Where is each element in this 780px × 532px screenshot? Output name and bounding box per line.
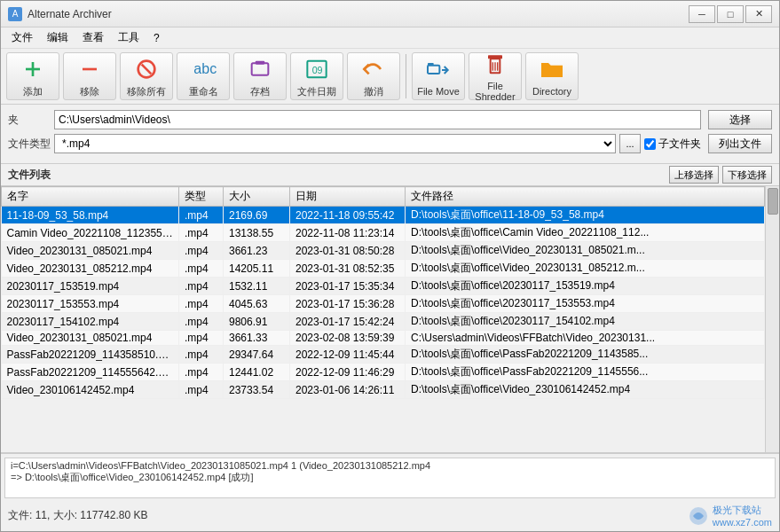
log-line: i=C:\Users\admin\Videos\FFBatch\Video_20… [11, 460, 769, 471]
svg-text:09: 09 [312, 65, 323, 75]
toolbar-separator [406, 54, 406, 98]
table-container[interactable]: 名字类型大小日期文件路径 11-18-09_53_58.mp4.mp42169.… [1, 186, 765, 452]
rename-button[interactable]: abc 重命名 [177, 52, 230, 100]
menu-item-文件[interactable]: 文件 [4, 28, 40, 47]
table-row[interactable]: Video_20230131_085021.mp4.mp43661.232023… [2, 242, 765, 260]
file-list-area: 文件列表 上移选择 下移选择 名字类型大小日期文件路径 11-18-09_53_… [1, 164, 779, 453]
main-window: A Alternate Archiver ─ □ ✕ 文件编辑查看工具? 添加 … [0, 0, 780, 532]
status-bar: i=C:\Users\admin\Videos\FFBatch\Video_20… [1, 453, 779, 531]
table-cell: 2023-01-17 15:42:24 [290, 313, 406, 331]
table-cell: D:\tools\桌面\office\Camin Video_20221108_… [406, 224, 765, 242]
table-cell: .mp4 [179, 364, 224, 381]
up-down-buttons: 上移选择 下移选择 [669, 166, 772, 184]
folder-row: 夹 选择 [8, 110, 772, 129]
scroll-thumb[interactable] [768, 188, 778, 215]
file-list-label: 文件列表 [8, 168, 51, 183]
title-bar: A Alternate Archiver ─ □ ✕ [1, 1, 779, 27]
filemove-button-icon [424, 56, 453, 84]
table-row[interactable]: Video_20230131_085021.mp4.mp43661.332023… [2, 331, 765, 346]
table-cell: Video_20230131_085021.mp4 [2, 242, 179, 260]
table-cell: 13138.55 [224, 224, 290, 242]
minimize-button[interactable]: ─ [689, 5, 715, 23]
table-row[interactable]: Camin Video_20221108_112355.m....mp41313… [2, 224, 765, 242]
svg-rect-1 [32, 62, 35, 76]
table-cell: .mp4 [179, 260, 224, 278]
add-button[interactable]: 添加 [6, 52, 59, 100]
col-header-名字[interactable]: 名字 [2, 187, 179, 207]
table-cell: PassFab20221209_114358510.mp4 [2, 346, 179, 364]
file-list-header: 文件列表 上移选择 下移选择 [1, 164, 779, 186]
col-header-日期[interactable]: 日期 [290, 187, 406, 207]
folder-input[interactable] [54, 110, 701, 129]
shredder-button[interactable]: File Shredder [469, 52, 522, 100]
table-with-scroll: 名字类型大小日期文件路径 11-18-09_53_58.mp4.mp42169.… [1, 186, 779, 452]
svg-text:abc: abc [193, 61, 217, 76]
filedate-button-icon: 09 [303, 55, 331, 83]
window-controls: ─ □ ✕ [689, 5, 772, 23]
svg-rect-6 [252, 63, 269, 74]
table-cell: 11-18-09_53_58.mp4 [2, 207, 179, 224]
table-cell: Video_230106142452.mp4 [2, 381, 179, 399]
table-cell: 3661.33 [224, 331, 290, 346]
form-area: 夹 选择 文件类型 *.mp4*.avi*.mkv*.* ... 子文件夹 列出… [1, 105, 779, 164]
table-cell: 20230117_153519.mp4 [2, 278, 179, 295]
maximize-button[interactable]: □ [717, 5, 744, 23]
archive-button[interactable]: 存档 [233, 52, 287, 100]
menu-item-编辑[interactable]: 编辑 [40, 28, 75, 47]
table-cell: Video_20230131_085021.mp4 [2, 331, 179, 346]
filemove-button[interactable]: File Move [412, 52, 465, 100]
status-footer: 文件: 11, 大小: 117742.80 KB 极光下载站 www.xz7.c… [1, 502, 779, 531]
table-cell: Camin Video_20221108_112355.m... [2, 224, 179, 242]
move-down-button[interactable]: 下移选择 [722, 166, 772, 184]
filetype-select[interactable]: *.mp4*.avi*.mkv*.* [54, 134, 616, 153]
table-cell: 4045.63 [224, 295, 290, 313]
table-row[interactable]: 20230117_153519.mp4.mp41532.112023-01-17… [2, 278, 765, 295]
list-files-button[interactable]: 列出文件 [708, 134, 772, 153]
col-header-大小[interactable]: 大小 [224, 187, 290, 207]
table-cell: 2022-12-09 11:46:29 [290, 364, 406, 381]
subfolder-checkbox[interactable] [644, 138, 656, 150]
table-row[interactable]: Video_230106142452.mp4.mp423733.542023-0… [2, 381, 765, 399]
table-cell: 2023-01-17 15:35:34 [290, 278, 406, 295]
table-row[interactable]: 20230117_154102.mp4.mp49806.912023-01-17… [2, 313, 765, 331]
directory-button[interactable]: Directory [525, 52, 579, 100]
table-cell: 1532.11 [224, 278, 290, 295]
table-cell: D:\tools\桌面\office\Video_20230131_085212… [406, 260, 765, 278]
table-row[interactable]: 20230117_153553.mp4.mp44045.632023-01-17… [2, 295, 765, 313]
scrollbar[interactable] [765, 186, 779, 452]
table-cell: 14205.11 [224, 260, 290, 278]
menu-item-查看[interactable]: 查看 [75, 28, 111, 47]
log-line: => D:\tools\桌面\office\Video_230106142452… [11, 471, 769, 484]
rename-button-icon: abc [189, 55, 217, 83]
toolbar: 添加 移除 移除所有 abc 重命名 存档 09 文件日期 [1, 49, 779, 105]
close-button[interactable]: ✕ [745, 5, 772, 23]
table-cell: 2169.69 [224, 207, 290, 224]
col-header-类型[interactable]: 类型 [179, 187, 224, 207]
menu-item-工具[interactable]: 工具 [111, 28, 146, 47]
filetype-label: 文件类型 [8, 137, 54, 152]
move-up-button[interactable]: 上移选择 [669, 166, 719, 184]
archive-button-icon [246, 55, 274, 83]
filetype-right-btns: 列出文件 [708, 134, 772, 153]
filetype-select-wrapper: *.mp4*.avi*.mkv*.* ... 子文件夹 [54, 134, 701, 153]
table-cell: 2023-01-06 14:26:11 [290, 381, 406, 399]
remove-button[interactable]: 移除 [63, 52, 116, 100]
table-row[interactable]: PassFab20221209_114358510.mp4.mp429347.6… [2, 346, 765, 364]
filetype-browse-button[interactable]: ... [619, 134, 641, 153]
table-cell: 2023-01-31 08:52:35 [290, 260, 406, 278]
watermark-text: 极光下载站 www.xz7.com [713, 504, 772, 528]
table-cell: 2023-02-08 13:59:39 [290, 331, 406, 346]
browse-button[interactable]: 选择 [708, 110, 772, 129]
undo-button[interactable]: 撤消 [347, 52, 400, 100]
table-cell: 2023-01-31 08:50:28 [290, 242, 406, 260]
directory-button-icon [538, 56, 566, 84]
table-cell: D:\tools\桌面\office\20230117_153519.mp4 [406, 278, 765, 295]
col-header-文件路径[interactable]: 文件路径 [406, 187, 765, 207]
menu-item-?[interactable]: ? [146, 30, 167, 46]
table-row[interactable]: 11-18-09_53_58.mp4.mp42169.692022-11-18 … [2, 207, 765, 224]
table-row[interactable]: PassFab20221209_114555642.mp4.mp412441.0… [2, 364, 765, 381]
remove-all-button[interactable]: 移除所有 [120, 52, 173, 100]
filedate-button[interactable]: 09 文件日期 [290, 52, 343, 100]
table-header: 名字类型大小日期文件路径 [2, 187, 765, 207]
table-row[interactable]: Video_20230131_085212.mp4.mp414205.11202… [2, 260, 765, 278]
